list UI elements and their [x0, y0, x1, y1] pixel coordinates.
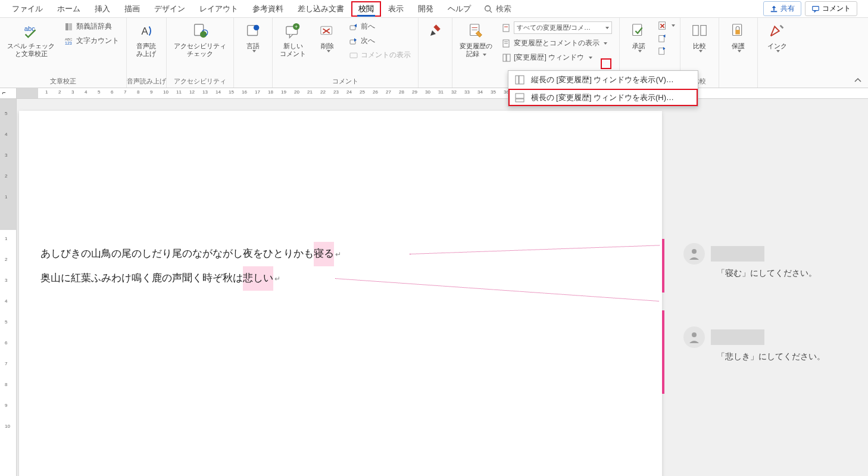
group-speech-label: 音声読み上げ	[127, 75, 166, 88]
collapse-ribbon-button[interactable]	[854, 76, 862, 85]
next-change-button[interactable]	[657, 45, 676, 57]
previous-comment-button[interactable]: 前へ	[345, 20, 414, 33]
language-button[interactable]: 言語	[238, 20, 268, 54]
ink-single-empty	[419, 77, 452, 88]
svg-line-1	[490, 10, 492, 13]
track-label-2-wrap: 記録	[466, 50, 486, 58]
tab-file[interactable]: ファイル	[5, 1, 50, 17]
new-comment-button[interactable]: + 新しい コメント	[276, 20, 310, 60]
tab-home[interactable]: ホーム	[50, 1, 88, 17]
svg-rect-33	[507, 54, 510, 61]
reviewing-pane-button[interactable]: [変更履歴] ウィンドウ	[498, 51, 616, 64]
horizontal-pane-icon	[514, 92, 525, 103]
tab-developer[interactable]: 開発	[411, 1, 441, 17]
previous-change-icon	[658, 33, 667, 43]
group-accessibility-label: アクセシビリティ	[167, 75, 233, 88]
document-page[interactable]: あしびきの山鳥の尾のしだり尾のながながし夜をひとりかも寝る↵ 奥山に紅葉ふみわけ…	[19, 111, 662, 476]
read-aloud-icon: A	[136, 21, 155, 41]
svg-point-49	[692, 332, 697, 337]
line2-text: 奥山に紅葉ふみわけ鳴く鹿の声聞く時ぞ秋は	[40, 266, 243, 291]
svg-rect-46	[516, 94, 524, 98]
group-protect: 保護	[719, 18, 758, 88]
thesaurus-label: 類義語辞典	[76, 21, 112, 32]
document-line-1[interactable]: あしびきの山鳥の尾のしだり尾のながながし夜をひとりかも寝る↵	[40, 242, 641, 266]
tab-references[interactable]: 参考資料	[245, 1, 291, 17]
ink-pen-button[interactable]	[422, 20, 448, 44]
compare-button[interactable]: 比較	[684, 20, 715, 54]
spelling-grammar-button[interactable]: abc スペル チェック と文章校正	[4, 20, 58, 60]
tab-bar: ファイル ホーム 挿入 描画 デザイン レイアウト 参考資料 差し込み文書 校閲…	[0, 0, 868, 18]
tab-mailings[interactable]: 差し込み文書	[291, 1, 351, 17]
svg-rect-2	[771, 11, 778, 12]
menu-vertical-pane[interactable]: 縦長の [変更履歴] ウィンドウを表示(V)…	[508, 71, 698, 89]
showcomments-label: コメントの表示	[361, 50, 411, 60]
tab-design[interactable]: デザイン	[147, 1, 192, 17]
previous-icon	[349, 22, 358, 32]
chevron-down-icon	[327, 50, 330, 52]
previous-change-button[interactable]	[657, 32, 676, 44]
wordcount-button[interactable]: ABC123 文字カウント	[61, 34, 123, 48]
comment-button[interactable]: コメント	[805, 1, 857, 16]
ink-button[interactable]: インク	[761, 20, 792, 54]
ruler-vertical: 5432112345678910	[0, 99, 17, 476]
accept-label: 承諾	[632, 42, 645, 50]
display-for-review-combo[interactable]: すべての変更履歴/コメ…	[498, 20, 616, 36]
readaloud-label-1: 音声読	[136, 42, 156, 50]
line2-highlight: 悲しい	[243, 266, 273, 291]
chevron-down-icon[interactable]	[589, 57, 592, 59]
tab-layout[interactable]: レイアウト	[192, 1, 245, 17]
read-aloud-button[interactable]: A 音声読 み上げ	[130, 20, 161, 60]
svg-rect-5	[65, 23, 68, 30]
share-icon	[770, 5, 778, 13]
pen-icon	[426, 21, 445, 41]
svg-rect-20	[350, 26, 355, 30]
svg-point-11	[200, 31, 207, 38]
chevron-down-icon	[252, 50, 256, 52]
show-markup-icon	[502, 39, 511, 48]
chevron-down-icon	[483, 54, 486, 56]
search-box[interactable]: 検索	[478, 4, 517, 14]
share-button[interactable]: 共有	[763, 1, 801, 16]
protect-button[interactable]: 保護	[723, 20, 754, 54]
menu-horizontal-pane[interactable]: 横長の [変更履歴] ウィンドウを表示(H)…	[508, 89, 698, 106]
group-proofing: abc スペル チェック と文章校正 類義語辞典 ABC123 文字カウント	[0, 18, 127, 88]
accessibility-check-button[interactable]: アクセシビリティ チェック	[170, 20, 230, 60]
spelling-label-2: と文章校正	[15, 50, 48, 58]
protect-label: 保護	[732, 42, 745, 50]
tab-review[interactable]: 校閲	[351, 1, 381, 17]
tab-insert[interactable]: 挿入	[88, 1, 117, 17]
thesaurus-icon	[64, 22, 74, 32]
group-comments-label: コメント	[273, 75, 418, 88]
track-changes-button[interactable]: 変更履歴の 記録	[456, 20, 496, 60]
search-icon	[484, 5, 492, 13]
next-change-icon	[658, 46, 667, 55]
show-markup-button[interactable]: 変更履歴とコメントの表示	[498, 36, 616, 50]
accept-button[interactable]: 承諾	[623, 20, 654, 54]
newcomment-label-1: 新しい	[283, 42, 303, 50]
svg-text:+: +	[295, 24, 298, 30]
wordcount-label: 文字カウント	[76, 36, 119, 46]
svg-rect-6	[69, 23, 72, 30]
reject-button[interactable]	[657, 20, 676, 32]
delete-comment-button[interactable]: 削除	[312, 20, 343, 54]
thesaurus-button[interactable]: 類義語辞典	[61, 20, 123, 33]
tab-selector-icon[interactable]: ⌐	[2, 89, 6, 96]
svg-rect-44	[516, 76, 519, 84]
menu-horizontal-label: 横長の [変更履歴] ウィンドウを表示(H)…	[531, 92, 675, 103]
svg-rect-40	[693, 26, 698, 36]
next-comment-button[interactable]: 次へ	[345, 34, 414, 48]
tab-help[interactable]: ヘルプ	[441, 1, 478, 17]
comment-1[interactable]: 「寝む」にしてください。	[683, 243, 868, 279]
chevron-down-icon	[776, 50, 780, 52]
tab-view[interactable]: 表示	[381, 1, 411, 17]
lock-icon	[729, 21, 748, 41]
tab-draw[interactable]: 描画	[117, 1, 147, 17]
group-language-label-empty	[234, 77, 272, 88]
next-icon	[349, 36, 358, 46]
comment-2-text: 「悲しき」にしてください。	[717, 351, 868, 362]
comment-2[interactable]: 「悲しき」にしてください。	[683, 326, 868, 362]
svg-rect-41	[701, 26, 706, 36]
group-language: 言語	[234, 18, 273, 88]
document-line-2[interactable]: 奥山に紅葉ふみわけ鳴く鹿の声聞く時ぞ秋は悲しい↵	[40, 266, 641, 291]
group-speech: A 音声読 み上げ 音声読み上げ	[127, 18, 167, 88]
